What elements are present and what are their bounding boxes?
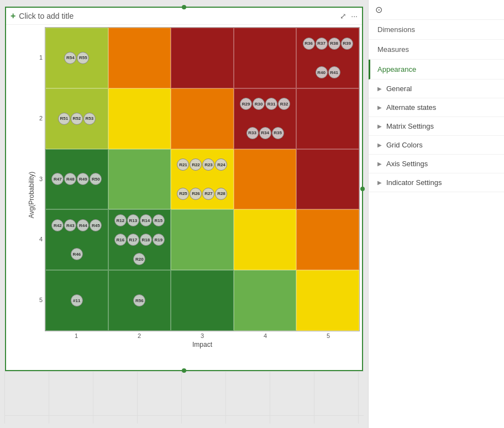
y-tick-2: 2 bbox=[34, 115, 45, 121]
grid-background bbox=[4, 371, 364, 424]
section-general: ▶ General bbox=[369, 80, 504, 98]
y-tick-5: 5 bbox=[34, 297, 45, 303]
bubble-R16: R16 bbox=[114, 234, 127, 246]
cell-2-1: R42 R43 R44 R45 R46 bbox=[45, 209, 108, 270]
x-tick-1: 1 bbox=[45, 332, 108, 339]
bubble-R29: R29 bbox=[240, 98, 252, 110]
settings-icon: ⊙ bbox=[375, 4, 382, 15]
chart-header: + Click to add title ⤢ ··· bbox=[6, 8, 362, 25]
x-axis-label: Impact bbox=[192, 341, 212, 348]
bubble-R33: R33 bbox=[246, 127, 259, 139]
section-grid-colors-header[interactable]: ▶ Grid Colors bbox=[369, 136, 504, 154]
cell-1-5 bbox=[296, 270, 359, 331]
y-tick-3: 3 bbox=[34, 176, 45, 182]
bubble-R43: R43 bbox=[64, 219, 76, 231]
cell-5-2 bbox=[108, 28, 171, 88]
bubble-R31: R31 bbox=[265, 98, 277, 110]
cell-3-1: R47 R48 R49 R50 bbox=[45, 149, 108, 210]
bubble-R34: R34 bbox=[259, 127, 271, 139]
bubble-R32: R32 bbox=[278, 98, 290, 110]
bubble-R22: R22 bbox=[190, 158, 202, 171]
sidebar-item-dimensions[interactable]: Dimensions bbox=[369, 20, 504, 40]
cell-4-3 bbox=[171, 88, 234, 149]
bubble-R49: R49 bbox=[77, 173, 89, 185]
cell-1-4 bbox=[234, 270, 297, 331]
y-tick-1: 1 bbox=[34, 54, 45, 61]
bubble-R15: R15 bbox=[153, 214, 165, 226]
sidebar-nav: Dimensions Measures Appearance bbox=[369, 20, 504, 80]
x-tick-4: 4 bbox=[234, 332, 297, 339]
cell-2-2: R12 R13 R14 R15 R16 R17 R18 R19 R20 bbox=[108, 209, 171, 270]
resize-handle-top[interactable] bbox=[182, 5, 186, 9]
x-tick-5: 5 bbox=[297, 332, 360, 339]
bubble-R19: R19 bbox=[153, 234, 165, 246]
x-tick-2: 2 bbox=[108, 332, 171, 339]
bubble-R50: R50 bbox=[90, 173, 102, 185]
more-options-icon[interactable]: ··· bbox=[351, 12, 358, 20]
bubble-R36: R36 bbox=[303, 38, 315, 50]
chevron-grid-icon: ▶ bbox=[377, 142, 382, 148]
add-title-icon: + bbox=[11, 11, 15, 21]
cell-2-5 bbox=[296, 209, 359, 270]
bubble-R27: R27 bbox=[202, 188, 214, 200]
chart-title-area[interactable]: + Click to add title bbox=[11, 11, 74, 21]
cell-4-4: R29 R30 R31 R32 R33 R34 R35 bbox=[234, 88, 297, 149]
bubble-R40: R40 bbox=[316, 66, 328, 78]
section-indicator-settings: ▶ Indicator Settings bbox=[369, 173, 504, 192]
bubble-R35: R35 bbox=[272, 127, 284, 139]
cell-4-2 bbox=[108, 88, 171, 149]
section-grid-colors: ▶ Grid Colors bbox=[369, 136, 504, 155]
bubble-R44: R44 bbox=[77, 219, 89, 231]
bubble-R18: R18 bbox=[140, 234, 152, 246]
bubble-R41: R41 bbox=[328, 66, 340, 78]
bubble-R37: R37 bbox=[316, 38, 328, 50]
chart-header-actions: ⤢ ··· bbox=[340, 12, 358, 20]
cell-1-3 bbox=[171, 270, 234, 331]
resize-handle-bottom[interactable] bbox=[182, 368, 186, 373]
y-tick-4: 4 bbox=[34, 236, 45, 242]
bubble-11: #11 bbox=[71, 294, 83, 307]
chevron-indicator-icon: ▶ bbox=[377, 179, 382, 186]
section-matrix-settings: ▶ Matrix Settings bbox=[369, 117, 504, 136]
section-axis-settings-header[interactable]: ▶ Axis Settings bbox=[369, 155, 504, 173]
sidebar-item-measures[interactable]: Measures bbox=[369, 40, 504, 60]
section-axis-label: Axis Settings bbox=[386, 160, 428, 168]
bubble-R52: R52 bbox=[71, 113, 83, 125]
section-grid-label: Grid Colors bbox=[386, 141, 423, 149]
cell-5-1: R54 R55 bbox=[45, 28, 108, 88]
cell-3-3: R21 R22 R23 R24 R25 R26 R27 R28 bbox=[171, 149, 234, 210]
expand-icon[interactable]: ⤢ bbox=[340, 12, 347, 20]
chevron-matrix-icon: ▶ bbox=[377, 123, 382, 129]
sidebar-item-appearance[interactable]: Appearance bbox=[369, 60, 504, 80]
bubble-R20: R20 bbox=[133, 253, 145, 265]
section-axis-settings: ▶ Axis Settings bbox=[369, 155, 504, 173]
sidebar-top: ⊙ bbox=[369, 0, 504, 20]
section-matrix-settings-header[interactable]: ▶ Matrix Settings bbox=[369, 117, 504, 135]
x-tick-3: 3 bbox=[171, 332, 234, 339]
matrix-with-yaxis: 5 4 3 2 1 R54 R55 bbox=[34, 27, 360, 331]
section-general-header[interactable]: ▶ General bbox=[369, 80, 504, 98]
bubble-R54: R54 bbox=[64, 52, 76, 64]
bubble-R53: R53 bbox=[83, 113, 96, 125]
chart-title-placeholder: Click to add title bbox=[19, 12, 74, 20]
bubble-R26: R26 bbox=[190, 188, 202, 200]
section-matrix-label: Matrix Settings bbox=[386, 122, 434, 130]
bubble-R30: R30 bbox=[253, 98, 265, 110]
x-tick-labels: 1 2 3 4 5 bbox=[34, 332, 360, 339]
bubble-R48: R48 bbox=[64, 173, 76, 185]
bubble-R47: R47 bbox=[51, 173, 64, 185]
chart-container: + Click to add title ⤢ ··· Avg(Probabili… bbox=[5, 7, 363, 371]
bubble-R38: R38 bbox=[328, 38, 340, 50]
matrix-area: Avg(Probability) 5 4 3 2 1 bbox=[6, 25, 362, 365]
section-indicator-label: Indicator Settings bbox=[386, 178, 442, 187]
section-indicator-settings-header[interactable]: ▶ Indicator Settings bbox=[369, 173, 504, 192]
cell-1-1: #11 bbox=[45, 270, 108, 331]
section-alternate-states-header[interactable]: ▶ Alternate states bbox=[369, 98, 504, 117]
bubble-R42: R42 bbox=[51, 219, 64, 231]
section-general-label: General bbox=[386, 84, 412, 93]
bubble-R25: R25 bbox=[177, 188, 189, 200]
chevron-axis-icon: ▶ bbox=[377, 161, 382, 167]
cell-2-3 bbox=[171, 209, 234, 270]
bubble-R14: R14 bbox=[140, 214, 152, 226]
cell-5-5: R36 R37 R38 R39 R40 R41 bbox=[296, 28, 359, 88]
